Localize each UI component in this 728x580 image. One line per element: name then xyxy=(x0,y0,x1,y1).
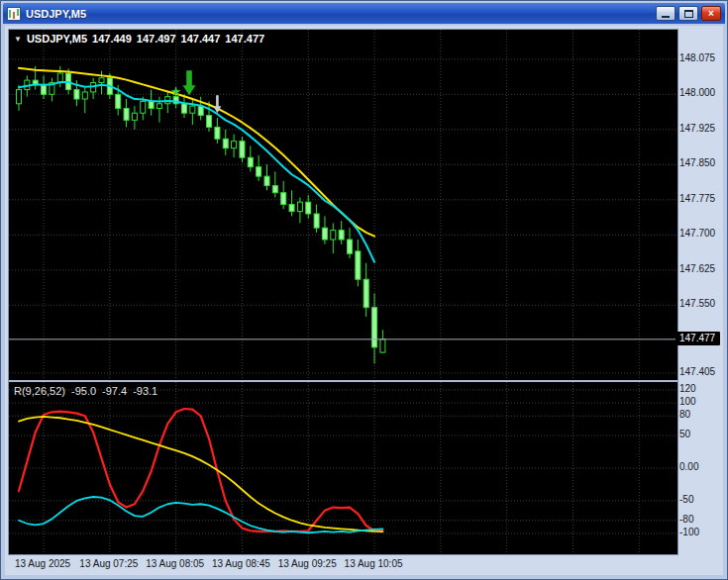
close-icon: × xyxy=(708,9,714,19)
time-axis-label: 13 Aug 10:05 xyxy=(345,558,403,569)
price-axis-label: 147.850 xyxy=(679,157,715,168)
candle xyxy=(331,223,336,253)
candle xyxy=(339,221,344,244)
indicator-axis-label: 80 xyxy=(679,409,690,420)
indicator-panel: R(9,26,52) -95.0 -97.4 -93.1 xyxy=(9,382,677,554)
price-axis-label: 148.075 xyxy=(679,52,715,63)
candle xyxy=(348,228,353,258)
r-line-yellow xyxy=(19,417,382,532)
price-axis-label: 147.550 xyxy=(679,298,715,309)
candle xyxy=(289,190,294,216)
candle xyxy=(322,216,327,243)
indicator-axis-label: 120 xyxy=(679,383,696,394)
star-signal-icon: ★ xyxy=(170,84,182,99)
maximize-button[interactable] xyxy=(678,6,698,21)
candle xyxy=(314,205,319,233)
app-chart-icon xyxy=(7,7,21,21)
maximize-icon xyxy=(684,10,693,18)
candle xyxy=(50,78,54,102)
indicator-axis-label: 50 xyxy=(679,429,690,439)
candle xyxy=(356,240,361,286)
candle xyxy=(380,330,385,353)
price-axis-label: 147.775 xyxy=(679,193,715,204)
indicator-axis-label: -50 xyxy=(679,494,693,505)
indicator-axis-label: -100 xyxy=(679,527,699,537)
time-axis-label: 13 Aug 08:05 xyxy=(146,558,204,569)
window-title: USDJPY,M5 xyxy=(26,8,653,20)
candle xyxy=(257,155,261,181)
time-axis-label: 13 Aug 2025 xyxy=(15,558,70,569)
minimize-icon xyxy=(662,16,670,18)
candle xyxy=(132,106,137,130)
candle xyxy=(240,137,245,162)
chart-window: USDJPY,M5 × ★ ▼ USDJPY,M5 147.449 147.49… xyxy=(0,0,728,580)
sell-arrow-down-icon xyxy=(183,70,196,95)
candle xyxy=(182,94,187,118)
minimize-button[interactable] xyxy=(656,6,676,21)
ma-slow-yellow xyxy=(19,68,374,237)
indicator-axis-label: 0.00 xyxy=(679,461,698,472)
candle xyxy=(82,87,87,113)
price-axis-label: 148.000 xyxy=(679,87,715,98)
candle xyxy=(42,75,47,99)
main-chart-panel: ★ ▼ USDJPY,M5 147.449 147.497 147.447 14… xyxy=(9,30,677,380)
candle xyxy=(17,85,22,111)
candles-series xyxy=(17,66,385,364)
titlebar[interactable]: USDJPY,M5 × xyxy=(3,3,725,24)
indicator-axis-label: 100 xyxy=(679,396,696,407)
time-axis-label: 13 Aug 09:25 xyxy=(278,558,337,569)
candle xyxy=(264,164,269,190)
candle xyxy=(297,197,302,223)
candle xyxy=(223,130,228,155)
main-chart-canvas[interactable]: ★ xyxy=(9,30,677,380)
price-axis-label: 147.625 xyxy=(679,263,715,274)
plot-area: ★ ▼ USDJPY,M5 147.449 147.497 147.447 14… xyxy=(8,29,678,555)
candle xyxy=(281,181,286,209)
candle xyxy=(57,66,62,87)
candle xyxy=(232,135,237,158)
candle xyxy=(248,145,253,171)
candle xyxy=(124,99,129,127)
price-axis[interactable]: 147.477 148.075148.000147.925147.850147.… xyxy=(675,29,723,555)
time-axis[interactable]: 13 Aug 202513 Aug 07:2513 Aug 08:0513 Au… xyxy=(8,553,678,575)
price-axis-label: 147.925 xyxy=(679,123,715,134)
time-axis-label: 13 Aug 07:25 xyxy=(79,558,138,569)
close-button[interactable]: × xyxy=(701,6,721,21)
candle xyxy=(364,263,368,317)
time-axis-label: 13 Aug 08:45 xyxy=(212,558,270,569)
candle xyxy=(149,90,154,116)
indicator-axis-label: -80 xyxy=(679,514,693,525)
indicator-canvas[interactable] xyxy=(9,382,677,554)
candle xyxy=(198,97,203,121)
price-axis-label: 147.405 xyxy=(679,366,715,377)
window-controls: × xyxy=(653,6,721,21)
r-line-red xyxy=(19,409,382,532)
candle xyxy=(372,293,377,363)
chart-client-area: ★ ▼ USDJPY,M5 147.449 147.497 147.447 14… xyxy=(5,26,723,575)
current-price-badge: 147.477 xyxy=(676,332,720,345)
symbol-dropdown-icon[interactable]: ▼ xyxy=(14,35,22,44)
price-axis-label: 147.700 xyxy=(679,228,715,239)
candle xyxy=(215,118,220,144)
candle xyxy=(272,171,277,197)
candle xyxy=(190,99,195,125)
candle xyxy=(306,195,311,219)
candle xyxy=(91,78,96,99)
